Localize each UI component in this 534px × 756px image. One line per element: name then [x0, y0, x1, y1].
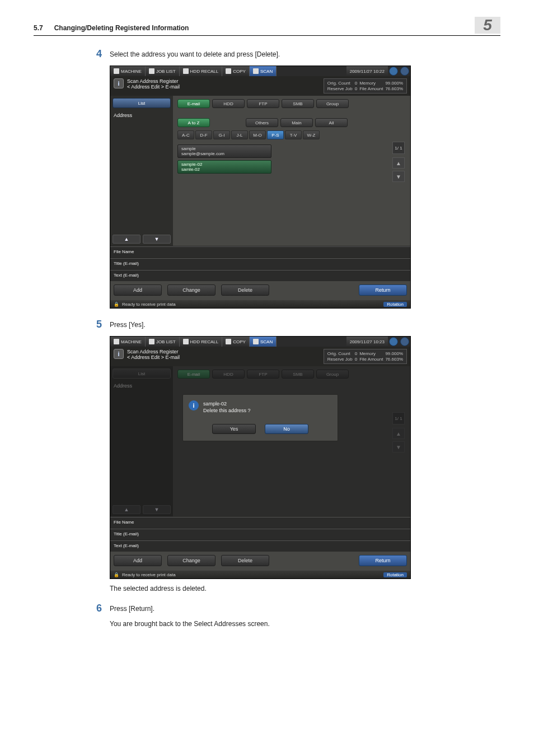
filter-atoz[interactable]: A to Z [177, 118, 210, 127]
step-number: 4 [87, 48, 110, 60]
confirm-dialog: i sample-02 Delete this address ? Yes No [182, 394, 338, 441]
status-text: Ready to receive print data [122, 572, 176, 577]
rotation-button: Rotation [383, 572, 407, 577]
alpha-index: A-C D-F G-I J-L M-O P-S T-V W-Z [177, 130, 406, 139]
list-icon [149, 339, 154, 344]
tab-copy[interactable]: COPY [222, 337, 250, 347]
tab-machine[interactable]: MACHINE [110, 66, 146, 76]
alpha-d-f[interactable]: D-F [195, 130, 212, 139]
filter-main[interactable]: Main [280, 118, 313, 127]
entry-name: sample [181, 146, 268, 151]
screen-subtitle: < Address Edit > E-mail [127, 84, 180, 90]
datetime-display: 2009/11/27 10:23 [346, 337, 388, 347]
entries-scroll-up[interactable]: ▲ [392, 157, 405, 169]
chapter-badge: 5 [475, 17, 500, 34]
alpha-j-l[interactable]: J-L [231, 130, 248, 139]
info-icon: i [189, 400, 199, 410]
tab-joblist[interactable]: JOB LIST [146, 66, 180, 76]
tab-hddrecall[interactable]: HDD RECALL [180, 66, 223, 76]
page-indicator: 1/ 1 [392, 142, 405, 154]
entries-scroll-down[interactable]: ▼ [392, 171, 405, 182]
tab-copy[interactable]: COPY [222, 66, 250, 76]
doc-header: 5.7 Changing/Deleting Registered Informa… [34, 17, 500, 36]
address-list: sample sample@sample.com sample-02 samle… [177, 144, 406, 174]
scan-icon [253, 68, 259, 74]
tab-scan[interactable]: SCAN [250, 337, 277, 347]
counts-box: Orig. Count0Memory99.000% Reserve Job0Fi… [324, 349, 407, 364]
alpha-a-c[interactable]: A-C [177, 130, 194, 139]
help-icon[interactable] [400, 67, 409, 76]
add-button[interactable]: Add [114, 284, 162, 296]
lock-icon: 🔒 [114, 572, 119, 577]
status-bar: 🔒 Ready to receive print data Rotation [110, 300, 410, 308]
lock-icon: 🔒 [114, 302, 119, 307]
address-entry[interactable]: sample sample@sample.com [177, 144, 271, 158]
screen-subtitle: < Address Edit > E-mail [127, 354, 180, 360]
tab-email[interactable]: E-mail [177, 99, 210, 108]
person-icon [114, 68, 119, 74]
filter-others[interactable]: Others [246, 118, 278, 127]
scroll-up-button[interactable]: ▲ [113, 235, 140, 244]
step-text: Select the address you want to delete an… [110, 48, 500, 60]
tab-group[interactable]: Group [316, 99, 349, 108]
list-button[interactable]: List [113, 98, 171, 108]
file-name-field: File Name [110, 246, 410, 258]
dialog-question: Delete this address ? [203, 407, 251, 414]
datetime-display: 2009/11/27 10:22 [346, 66, 388, 76]
info-icon: i [114, 349, 124, 359]
tab-ftp[interactable]: FTP [247, 99, 279, 108]
step-4: 4 Select the address you want to delete … [87, 48, 500, 60]
title-field: Title (E-mail) [110, 529, 410, 540]
body-text-returned: You are brought back to the Select Addre… [110, 620, 500, 628]
filter-tabs: A to Z Others Main All [177, 118, 406, 127]
tab-smb[interactable]: SMB [282, 99, 314, 108]
tab-joblist[interactable]: JOB LIST [146, 337, 180, 347]
power-icon[interactable] [389, 67, 398, 76]
delete-button[interactable]: Delete [221, 284, 269, 296]
power-icon[interactable] [389, 337, 398, 346]
step-number: 6 [87, 603, 110, 614]
scan-icon [253, 339, 259, 344]
screenshot-panel-1: MACHINE JOB LIST HDD RECALL COPY SCAN 20… [110, 66, 411, 309]
change-button[interactable]: Change [167, 284, 216, 296]
file-name-field: File Name [110, 517, 410, 528]
entry-sub: sample@sample.com [181, 151, 268, 156]
alpha-g-i[interactable]: G-I [213, 130, 230, 139]
entry-sub: samle-02 [181, 167, 268, 172]
no-button[interactable]: No [265, 424, 308, 434]
tab-hddrecall[interactable]: HDD RECALL [180, 337, 223, 347]
entry-name: sample-02 [181, 162, 268, 167]
alpha-p-s[interactable]: P-S [267, 130, 284, 139]
screen-title: Scan Address Register [127, 349, 180, 354]
filter-all[interactable]: All [315, 118, 348, 127]
text-field: Text (E-mail) [110, 270, 410, 281]
add-button: Add [114, 555, 162, 566]
tab-hdd[interactable]: HDD [212, 99, 245, 108]
copy-icon [226, 68, 231, 74]
counts-box: Orig. Count0Memory99.000% Reserve Job0Fi… [324, 78, 407, 94]
action-bar: Add Change Delete Return [110, 281, 410, 300]
address-entry-selected[interactable]: sample-02 samle-02 [177, 160, 271, 174]
step-text: Press [Return]. [110, 603, 500, 614]
title-field: Title (E-mail) [110, 258, 410, 269]
alpha-t-v[interactable]: T-V [285, 130, 302, 139]
alpha-w-z[interactable]: W-Z [303, 130, 320, 139]
hdd-icon [183, 68, 189, 74]
section-title: Changing/Deleting Registered Information [54, 24, 469, 32]
body-text-deleted: The selected address is deleted. [110, 585, 500, 592]
section-number: 5.7 [34, 24, 43, 32]
step-number: 5 [87, 319, 110, 330]
list-icon [149, 68, 154, 74]
yes-button[interactable]: Yes [212, 424, 256, 434]
address-label: Address [113, 110, 171, 120]
tab-machine[interactable]: MACHINE [110, 337, 146, 347]
scroll-down-button[interactable]: ▼ [143, 235, 171, 244]
rotation-button[interactable]: Rotation [383, 302, 407, 307]
alpha-m-o[interactable]: M-O [249, 130, 266, 139]
return-button[interactable]: Return [359, 284, 407, 296]
tab-scan[interactable]: SCAN [250, 66, 277, 76]
info-icon: i [114, 78, 124, 88]
hdd-icon [183, 339, 189, 344]
category-tabs: E-mail HDD FTP SMB Group [177, 99, 406, 108]
help-icon[interactable] [400, 337, 409, 346]
